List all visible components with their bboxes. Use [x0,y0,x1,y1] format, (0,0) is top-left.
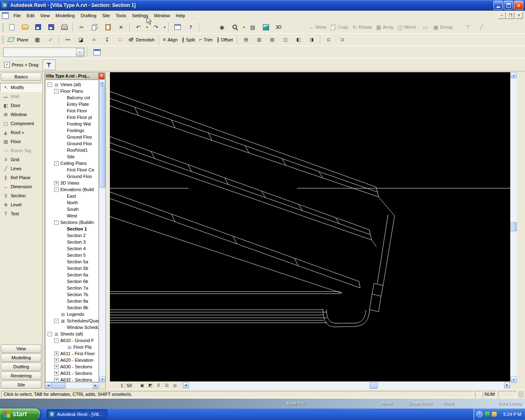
scroll-down-icon[interactable]: ▼ [99,376,105,382]
tree-item-section-8b[interactable]: Section 8b [46,304,98,311]
start-button[interactable]: start [0,409,40,420]
chevron-down-icon[interactable]: ▼ [76,48,84,56]
linework-button[interactable]: ╱ [475,22,488,32]
tree-item-east[interactable]: East [46,193,98,199]
toolbar-grip[interactable] [2,36,4,44]
designbar-tab-drafting[interactable]: Drafting [1,363,41,371]
collapse-icon[interactable]: - [48,332,52,336]
tree-item-ground-floo[interactable]: Ground Floo [46,173,98,180]
taskbar-task-revit[interactable]: R Autodesk Revit - [Vill... [47,409,107,419]
mdi-restore-button[interactable]: ❐ [507,12,514,19]
menu-site[interactable]: Site [99,11,113,20]
menu-tools[interactable]: Tools [113,11,129,20]
menu-help[interactable]: Help [173,11,188,20]
browser-vertical-scrollbar[interactable]: ▲ ▼ [99,80,105,382]
tree-item-section-8a[interactable]: Section 8a [46,298,98,304]
collapse-icon[interactable]: - [54,161,59,166]
scroll-right-icon[interactable]: ▶ [504,382,510,388]
designbar-item-ref-plane[interactable]: ∥Ref Plane [0,173,42,182]
tree-item-section-4[interactable]: Section 4 [46,245,98,252]
tree-item-schedules-quan[interactable]: -▦Schedules/Quan [46,317,98,324]
resize-grip[interactable] [518,391,524,397]
menu-view[interactable]: View [37,11,53,20]
collapse-icon[interactable]: - [54,220,59,225]
menu-edit[interactable]: Edit [24,11,37,20]
designbar-item-floor[interactable]: ▨Floor [0,137,42,146]
resize-button[interactable]: ▭ [419,22,432,32]
designbar-item-modify[interactable]: ↖Modify [0,83,42,92]
spelling-button[interactable]: ✓ [44,34,57,45]
edit-tool-button[interactable]: ◨ [305,34,318,45]
shadows-button[interactable]: ◩ [147,382,154,389]
canvas-vertical-scrollbar[interactable]: ▲ ▼ [511,72,517,383]
split-button[interactable]: ∦Split [180,34,197,45]
offset-button[interactable]: ∥Offset [215,34,235,45]
tree-item-roofvoid1[interactable]: RoofVoid1 [46,147,98,153]
tree-item-legends[interactable]: ▧Legends [46,311,98,317]
edit-tool-button[interactable]: ▧ [266,34,279,45]
browser-horizontal-scrollbar[interactable]: ◀ ▶ [45,382,99,388]
tree-item-entry-plate[interactable]: Entry Plate [46,101,98,107]
scroll-up-icon[interactable]: ▲ [511,72,517,78]
scrollbar-thumb[interactable] [511,222,517,231]
designbar-tab-site[interactable]: Site [1,381,41,389]
expand-icon[interactable]: + [54,181,59,185]
work-plane-button[interactable]: Plane [5,34,31,45]
model-graphics-style-button[interactable]: ▣ [139,382,146,389]
document-icon[interactable] [2,12,9,19]
expand-icon[interactable]: + [54,378,59,382]
tree-item-elevations-build[interactable]: -Elevations (Build [46,186,98,193]
print-button[interactable] [58,22,71,32]
whats-this-button[interactable]: ? [184,22,197,32]
designbar-item-component[interactable]: ▢Component [0,119,42,128]
tree-item-views-all[interactable]: -▤Views (all) [46,81,98,88]
scroll-right-icon[interactable]: ▶ [93,382,99,388]
tree-item-west[interactable]: West [46,212,98,219]
menu-modelling[interactable]: Modelling [52,11,78,20]
drawing-area[interactable] [110,72,510,381]
menu-settings[interactable]: Settings [129,11,151,20]
tape-measure-button[interactable]: ↦ [61,34,74,45]
mdi-minimize-button[interactable]: – [498,12,506,19]
tree-item-site[interactable]: Site [46,153,98,160]
undo-button[interactable]: ↶ [132,22,145,32]
open-button[interactable] [18,22,32,32]
menu-window[interactable]: Window [151,11,173,20]
edit-tool-button[interactable]: ◧ [292,34,305,45]
new-button[interactable] [5,22,18,32]
expand-icon[interactable]: + [54,358,59,363]
3d-button[interactable]: 3D [272,22,285,32]
worksets-button[interactable] [171,22,184,32]
tray-status-icon[interactable] [485,412,490,417]
designbar-item-dimension[interactable]: ↔Dimension [0,182,42,191]
collapse-icon[interactable]: - [54,319,59,323]
group-button[interactable]: ▣Group [432,22,455,32]
collapse-icon[interactable]: - [54,89,59,94]
designbar-item-window[interactable]: ⊞Window [0,110,42,119]
edit-tool-button[interactable]: ▥ [253,34,266,45]
tree-item-a630-sections[interactable]: +A630 - Sections [46,363,98,370]
expand-icon[interactable]: + [54,365,59,369]
tree-item-south[interactable]: South [46,206,98,212]
zoom-dropdown[interactable]: ▼ [242,23,246,32]
scroll-left-icon[interactable]: ◀ [183,382,189,388]
rotate-button[interactable]: ↻Rotate [351,22,374,32]
edit-tool-button[interactable]: ⊏ [322,34,336,45]
dynamic-view-button[interactable]: ◉ [215,22,228,32]
tree-item-balcony-col[interactable]: Balcony col [46,94,98,101]
close-button[interactable]: × [514,1,523,10]
scrollbar-thumb[interactable] [52,382,66,388]
glue-button[interactable]: ∷ [114,34,127,45]
type-selector[interactable]: ▼ [3,48,84,57]
copy-button[interactable]: Copy [329,22,351,32]
detail-level-button[interactable]: 0 [155,382,162,389]
minimize-button[interactable] [493,1,503,10]
save-button[interactable] [32,22,45,32]
mdi-close-button[interactable]: × [515,12,523,19]
collapse-icon[interactable]: - [54,338,59,343]
undo-dropdown[interactable]: ▼ [145,23,149,32]
designbar-item-grid[interactable]: #Grid [0,155,42,164]
collapse-icon[interactable]: - [48,82,52,87]
canvas-horizontal-scrollbar[interactable]: ◀ ▶ [183,382,510,389]
trim-button[interactable]: ⌐Trim [197,34,215,45]
